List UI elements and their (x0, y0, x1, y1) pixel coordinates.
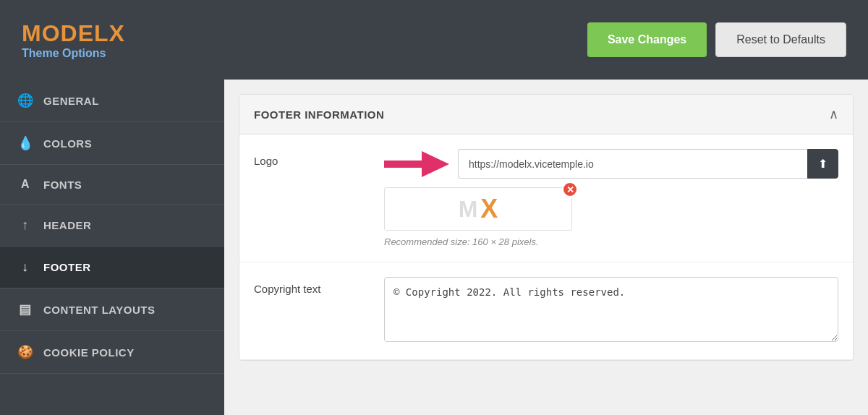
copyright-form-content: © Copyright 2022. All rights reserved. (384, 277, 838, 345)
sidebar-label-content-layouts: CONTENT LAYOUTS (43, 304, 155, 316)
logo-preview: M X (384, 187, 572, 231)
logo-url-input[interactable] (458, 149, 807, 179)
logo-input-row: ⬆ (384, 149, 838, 179)
right-arrow-icon (384, 151, 449, 177)
copyright-label: Copyright text (254, 277, 384, 295)
cookie-icon: 🍪 (17, 344, 33, 360)
panel-header: FOOTER INFORMATION ∧ (239, 95, 853, 134)
logo-form-row: Logo (239, 134, 853, 262)
sidebar-label-header: HEADER (43, 219, 91, 231)
sidebar-item-general[interactable]: 🌐 GENERAL (0, 80, 224, 122)
logo-x: X (109, 20, 125, 46)
drop-icon: 💧 (17, 135, 33, 151)
recommended-size-text: Recommended size: 160 × 28 pixels. (384, 236, 838, 247)
globe-icon: 🌐 (17, 93, 33, 108)
footer-arrow-icon: ↓ (17, 260, 33, 275)
sidebar-label-cookie-policy: COOKIE POLICY (43, 346, 135, 359)
sidebar-item-header[interactable]: ↑ HEADER (0, 205, 224, 247)
upload-button[interactable]: ⬆ (807, 149, 838, 179)
logo-url-wrapper: ⬆ (458, 149, 838, 179)
copyright-form-row: Copyright text © Copyright 2022. All rig… (239, 262, 853, 360)
sidebar-label-fonts: FONTS (43, 179, 82, 191)
logo-label: Logo (254, 149, 384, 167)
header: MODELX Theme Options Save Changes Reset … (0, 0, 868, 80)
upload-icon: ⬆ (818, 158, 827, 170)
remove-logo-button[interactable]: ✕ (562, 181, 578, 197)
copyright-textarea[interactable]: © Copyright 2022. All rights reserved. (384, 277, 838, 342)
main-layout: 🌐 GENERAL 💧 COLORS A FONTS ↑ HEADER ↓ FO… (0, 80, 868, 415)
content-layouts-icon: ▤ (17, 301, 33, 317)
arrow-indicator (384, 151, 449, 177)
collapse-chevron-icon[interactable]: ∧ (829, 106, 838, 122)
sidebar: 🌐 GENERAL 💧 COLORS A FONTS ↑ HEADER ↓ FO… (0, 80, 224, 415)
sidebar-label-general: GENERAL (43, 95, 99, 107)
logo: MODELX (22, 20, 125, 47)
footer-info-panel: FOOTER INFORMATION ∧ Logo (239, 94, 854, 361)
preview-x-text: X (480, 194, 498, 224)
logo-area: MODELX Theme Options (22, 20, 125, 60)
sidebar-item-fonts[interactable]: A FONTS (0, 165, 224, 205)
svg-marker-1 (422, 151, 449, 177)
sidebar-item-footer[interactable]: ↓ FOOTER (0, 247, 224, 288)
reset-defaults-button[interactable]: Reset to Defaults (715, 22, 846, 57)
logo-preview-wrapper: M X ✕ (384, 187, 572, 231)
sidebar-label-colors: COLORS (43, 137, 92, 150)
logo-form-content: ⬆ M X ✕ Recommended size: 160 × 28 pixel… (384, 149, 838, 247)
svg-rect-0 (384, 161, 426, 168)
sidebar-item-cookie-policy[interactable]: 🍪 COOKIE POLICY (0, 331, 224, 374)
theme-options-title: Theme Options (22, 47, 125, 60)
panel-title: FOOTER INFORMATION (254, 108, 384, 121)
logo-model: MODEL (22, 20, 109, 46)
content-area: FOOTER INFORMATION ∧ Logo (224, 80, 868, 415)
sidebar-item-content-layouts[interactable]: ▤ CONTENT LAYOUTS (0, 288, 224, 331)
save-changes-button[interactable]: Save Changes (587, 22, 707, 57)
sidebar-label-footer: FOOTER (43, 261, 91, 273)
sidebar-item-colors[interactable]: 💧 COLORS (0, 122, 224, 165)
font-icon: A (17, 178, 33, 191)
header-arrow-icon: ↑ (17, 218, 33, 233)
preview-m-text: M (459, 196, 478, 223)
header-buttons: Save Changes Reset to Defaults (587, 22, 846, 57)
